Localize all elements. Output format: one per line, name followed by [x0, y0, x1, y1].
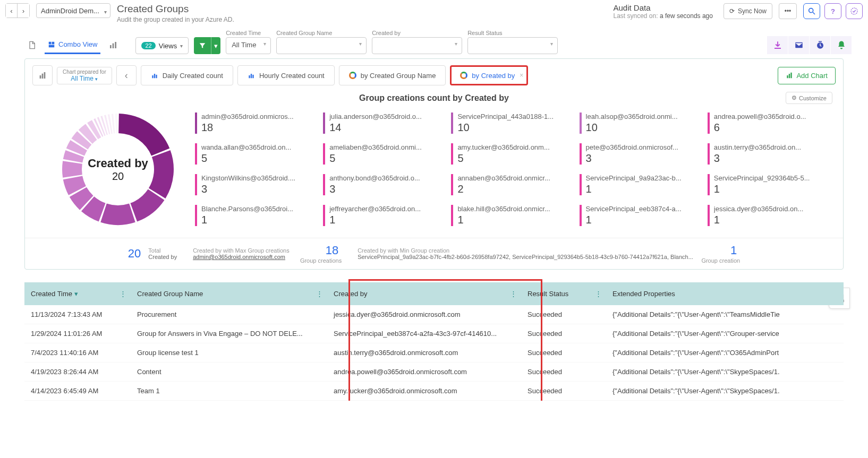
- legend-item[interactable]: ServicePrincipal_443a0188-1...10: [451, 113, 571, 134]
- legend-item[interactable]: ameliaben@o365droid.onmi...5: [323, 143, 442, 165]
- legend-item[interactable]: leah.alsop@o365droid.onmi...10: [580, 113, 699, 134]
- column-options-icon[interactable]: ⋮: [510, 290, 517, 298]
- combo-view-tab[interactable]: Combo View: [45, 38, 100, 54]
- filter-group-name-select[interactable]: [276, 37, 367, 54]
- legend-item[interactable]: jessica.dyer@o365droid.on...1: [708, 205, 827, 226]
- download-button[interactable]: [767, 36, 788, 54]
- total-count: 20: [128, 247, 141, 261]
- customize-button[interactable]: ⚙ Customize: [786, 92, 832, 104]
- add-chart-button[interactable]: Add Chart: [778, 67, 836, 84]
- legend-item[interactable]: andrea.powell@o365droid.o...6: [708, 113, 827, 134]
- bar-chart-icon: [38, 71, 47, 80]
- legend-item[interactable]: admin@o365droid.onmicros...18: [195, 113, 314, 134]
- legend-item[interactable]: ServicePrincipal_929364b5-5...1: [708, 174, 827, 195]
- legend-item[interactable]: annaben@o365droid.onmicr...2: [451, 174, 571, 195]
- legend-item[interactable]: Blanche.Parsons@o365droi...1: [195, 205, 314, 226]
- chart-summary-footer: 20 Total Created by Created by with Max …: [25, 238, 843, 269]
- table-row[interactable]: 4/19/2023 8:26:44 AM Content andrea.powe…: [24, 362, 844, 382]
- legend-value: 5: [329, 152, 442, 165]
- close-icon[interactable]: ×: [520, 72, 523, 79]
- chart-prepared-for[interactable]: Chart prepared for All Time ▾: [57, 67, 112, 84]
- donut-icon: [460, 72, 467, 79]
- alert-button[interactable]: [831, 36, 852, 54]
- legend-item[interactable]: austin.terry@o365droid.on...3: [708, 143, 827, 165]
- legend-item[interactable]: ServicePrincipal_eeb387c4-a...1: [580, 205, 699, 226]
- svg-rect-7: [113, 44, 114, 48]
- legend-item[interactable]: KingstonWilkins@o365droid....3: [195, 174, 314, 195]
- more-menu-button[interactable]: •••: [779, 3, 797, 19]
- table-row[interactable]: 11/13/2024 7:13:43 AM Procurement jessic…: [24, 305, 844, 324]
- legend-item[interactable]: blake.hill@o365droid.onmicr...1: [451, 205, 571, 226]
- audit-time: a few seconds ago: [660, 12, 713, 20]
- legend-item[interactable]: amy.tucker@o365droid.onm...5: [451, 143, 571, 165]
- cell-created-by: jessica.dyer@o365droid.onmicrosoft.com: [327, 305, 521, 324]
- column-options-icon[interactable]: ⋮: [120, 290, 126, 298]
- filter-created-by-select[interactable]: [372, 37, 462, 54]
- cell-created-by: ServicePrincipal_eeb387c4-a2fa-43c3-97cf…: [327, 324, 521, 343]
- results-table: Created Time▾⋮ Created Group Name⋮ Creat…: [24, 282, 844, 401]
- svg-rect-15: [154, 74, 155, 78]
- legend-item[interactable]: jeffreyarcher@o365droid.on...1: [323, 205, 442, 226]
- legend-item[interactable]: ServicePrincipal_9a9a23ac-b...1: [580, 174, 699, 195]
- legend-item[interactable]: julia.anderson@o365droid.o...14: [323, 113, 442, 134]
- column-options-icon[interactable]: ⋮: [316, 290, 323, 298]
- tab-by-created-by[interactable]: by Created by ×: [450, 65, 528, 85]
- table-row[interactable]: 7/4/2023 11:40:16 AM Group license test …: [24, 343, 844, 362]
- column-created-time[interactable]: Created Time▾⋮: [24, 282, 131, 305]
- filter-result-status-select[interactable]: [467, 37, 558, 54]
- svg-rect-3: [49, 41, 52, 44]
- legend-value: 2: [457, 183, 571, 195]
- nav-back-button[interactable]: ‹: [6, 4, 18, 18]
- tab-hourly-count[interactable]: Hourly Created count: [237, 65, 335, 85]
- max-unit: Group creations: [300, 257, 342, 264]
- tab-daily-count[interactable]: Daily Created count: [141, 65, 233, 85]
- cell-name: Procurement: [131, 305, 327, 324]
- column-result-status[interactable]: Result Status⋮: [521, 282, 606, 305]
- legend-item[interactable]: wanda.allan@o365droid.on...5: [195, 143, 314, 165]
- nav-forward-button[interactable]: ›: [18, 4, 29, 18]
- audit-title: Audit Data: [614, 3, 713, 12]
- help-icon: ?: [831, 7, 835, 15]
- tab-label: Daily Created count: [163, 72, 223, 80]
- cell-time: 4/19/2023 8:26:44 AM: [24, 362, 131, 382]
- legend-item[interactable]: pete@o365droid.onmicrosof...3: [580, 143, 699, 165]
- filter-dropdown-button[interactable]: ▾: [211, 37, 220, 54]
- chart-view-icon[interactable]: [106, 38, 121, 54]
- table-row[interactable]: 4/14/2023 6:45:49 AM Team 1 amy.tucker@o…: [24, 382, 844, 401]
- column-group-name[interactable]: Created Group Name⋮: [131, 282, 327, 305]
- max-name-link[interactable]: admin@o365droid.onmicrosoft.com: [193, 254, 296, 260]
- cell-time: 4/14/2023 6:45:49 AM: [24, 382, 131, 401]
- schedule-button[interactable]: [810, 36, 831, 54]
- customize-label: Customize: [799, 95, 827, 101]
- filter-button[interactable]: [194, 37, 211, 54]
- document-icon[interactable]: [24, 38, 39, 54]
- check-button[interactable]: [846, 3, 863, 19]
- legend-name: ServicePrincipal_929364b5-5...: [714, 174, 818, 182]
- legend-item[interactable]: anthony.bond@o365droid.o...3: [323, 174, 442, 195]
- table-row[interactable]: 1/29/2024 11:01:26 AM Group for Answers …: [24, 324, 844, 343]
- column-created-by[interactable]: Created by⋮: [327, 282, 521, 305]
- views-dropdown[interactable]: 22 Views ▾: [135, 37, 189, 54]
- donut-chart: Created by 20: [57, 108, 179, 230]
- email-button[interactable]: [788, 36, 810, 54]
- sync-now-button[interactable]: ⟳ Sync Now: [724, 3, 772, 19]
- search-button[interactable]: [803, 3, 820, 19]
- tab-by-group-name[interactable]: by Created Group Name: [339, 65, 446, 85]
- org-select[interactable]: AdminDroid Dem...: [36, 3, 110, 18]
- column-options-icon[interactable]: ⋮: [595, 290, 602, 298]
- legend-name: ServicePrincipal_9a9a23ac-b...: [586, 174, 690, 182]
- chart-type-button[interactable]: [32, 65, 53, 85]
- column-extended-props[interactable]: Extended Properties: [606, 282, 844, 305]
- max-label: Created by with Max Group creations: [193, 247, 296, 254]
- page-subtitle: Audit the group created in your Azure AD…: [117, 16, 234, 23]
- help-button[interactable]: ?: [824, 3, 841, 19]
- cell-time: 11/13/2024 7:13:43 AM: [24, 305, 131, 324]
- min-value: 1: [701, 244, 737, 257]
- filter-created-time-select[interactable]: All Time: [226, 37, 271, 54]
- chart-scroll-left-button[interactable]: ‹: [116, 65, 137, 85]
- cell-created-by: andrea.powell@o365droid.onmicrosoft.com: [327, 362, 521, 382]
- filter-created-time-label: Created Time: [226, 30, 271, 36]
- filter-result-status-label: Result Status: [467, 30, 558, 36]
- combo-view-icon: [48, 41, 55, 48]
- prepared-value: All Time: [71, 75, 93, 82]
